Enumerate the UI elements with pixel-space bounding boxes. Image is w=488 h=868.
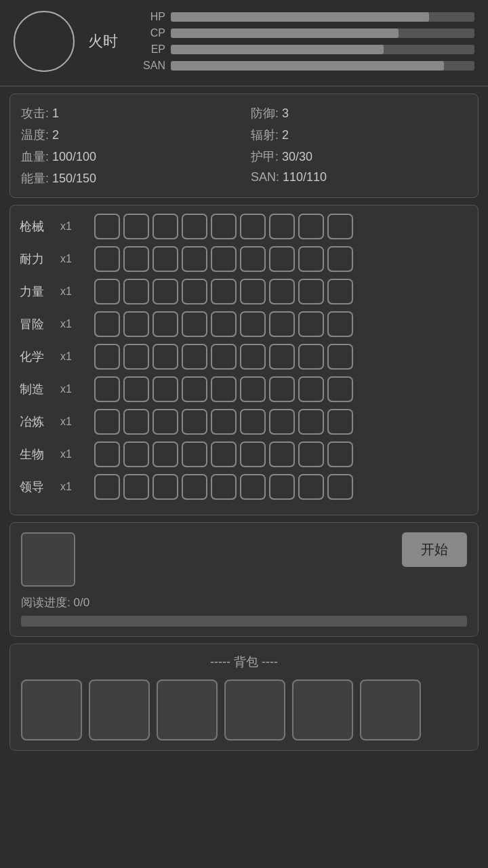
skill-box[interactable] — [94, 474, 120, 500]
skill-row-耐力: 耐力 x1 — [20, 246, 468, 272]
skill-box[interactable] — [123, 279, 149, 304]
skill-mult: x1 — [60, 253, 87, 265]
skill-box[interactable] — [152, 474, 178, 500]
skill-box[interactable] — [327, 376, 353, 402]
skill-box[interactable] — [211, 214, 237, 239]
skill-box[interactable] — [123, 441, 149, 467]
skill-box[interactable] — [269, 214, 295, 239]
skill-box[interactable] — [152, 279, 178, 304]
backpack-slot[interactable] — [157, 679, 218, 741]
skill-box[interactable] — [123, 344, 149, 370]
skill-box[interactable] — [269, 344, 295, 370]
skill-box[interactable] — [240, 441, 266, 467]
skill-box[interactable] — [327, 246, 353, 272]
skill-box[interactable] — [94, 441, 120, 467]
skill-box[interactable] — [123, 246, 149, 272]
skill-box[interactable] — [269, 441, 295, 467]
skill-boxes — [94, 376, 353, 402]
skill-box[interactable] — [152, 214, 178, 239]
skill-box[interactable] — [94, 279, 120, 304]
skill-box[interactable] — [94, 214, 120, 239]
backpack-slot[interactable] — [21, 679, 82, 741]
skill-box[interactable] — [182, 344, 207, 370]
attack-label: 攻击: — [21, 106, 49, 120]
skill-box[interactable] — [123, 376, 149, 402]
start-button[interactable]: 开始 — [402, 532, 467, 567]
backpack-slot[interactable] — [292, 679, 353, 741]
skill-box[interactable] — [94, 246, 120, 272]
skill-box[interactable] — [182, 474, 207, 500]
skill-box[interactable] — [211, 409, 237, 435]
skill-box[interactable] — [240, 409, 266, 435]
skill-box[interactable] — [298, 246, 324, 272]
backpack-slot[interactable] — [224, 679, 285, 741]
skill-box[interactable] — [123, 474, 149, 500]
skill-box[interactable] — [269, 376, 295, 402]
skill-box[interactable] — [298, 474, 324, 500]
skill-box[interactable] — [152, 409, 178, 435]
skill-box[interactable] — [123, 311, 149, 337]
skill-box[interactable] — [240, 474, 266, 500]
skill-box[interactable] — [182, 311, 207, 337]
skill-mult: x1 — [60, 318, 87, 330]
skill-box[interactable] — [240, 376, 266, 402]
skill-box[interactable] — [269, 279, 295, 304]
char-name: 火时 — [88, 31, 118, 52]
skill-box[interactable] — [240, 214, 266, 239]
skill-box[interactable] — [94, 311, 120, 337]
skill-name: 耐力 — [20, 251, 60, 267]
skill-box[interactable] — [152, 246, 178, 272]
skill-box[interactable] — [123, 214, 149, 239]
skill-box[interactable] — [298, 409, 324, 435]
bar-row-san: SAN — [138, 60, 474, 72]
skill-box[interactable] — [123, 409, 149, 435]
skill-box[interactable] — [269, 409, 295, 435]
skill-box[interactable] — [240, 279, 266, 304]
skill-box[interactable] — [211, 311, 237, 337]
skill-box[interactable] — [152, 311, 178, 337]
skill-box[interactable] — [327, 409, 353, 435]
skill-box[interactable] — [152, 376, 178, 402]
skill-box[interactable] — [182, 376, 207, 402]
backpack-slot[interactable] — [89, 679, 150, 741]
san-label: SAN: — [251, 170, 279, 184]
skill-box[interactable] — [298, 311, 324, 337]
skill-box[interactable] — [298, 344, 324, 370]
skill-box[interactable] — [298, 214, 324, 239]
skill-box[interactable] — [182, 441, 207, 467]
skill-box[interactable] — [240, 311, 266, 337]
skill-box[interactable] — [94, 344, 120, 370]
skill-box[interactable] — [182, 214, 207, 239]
skill-box[interactable] — [298, 441, 324, 467]
skill-box[interactable] — [211, 344, 237, 370]
skill-box[interactable] — [269, 311, 295, 337]
skill-box[interactable] — [269, 474, 295, 500]
skill-box[interactable] — [211, 279, 237, 304]
avatar — [14, 11, 75, 72]
skill-box[interactable] — [94, 409, 120, 435]
skill-box[interactable] — [269, 246, 295, 272]
skill-box[interactable] — [298, 376, 324, 402]
skill-box[interactable] — [327, 214, 353, 239]
skill-box[interactable] — [211, 441, 237, 467]
skill-box[interactable] — [152, 441, 178, 467]
skill-box[interactable] — [327, 279, 353, 304]
skill-box[interactable] — [211, 376, 237, 402]
skill-box[interactable] — [211, 474, 237, 500]
skill-box[interactable] — [327, 311, 353, 337]
skill-box[interactable] — [298, 279, 324, 304]
stat-temp: 温度: 2 — [21, 127, 237, 143]
skill-box[interactable] — [182, 409, 207, 435]
skill-box[interactable] — [240, 246, 266, 272]
skill-box[interactable] — [327, 344, 353, 370]
skill-box[interactable] — [152, 344, 178, 370]
backpack-slot[interactable] — [360, 679, 421, 741]
skill-row-枪械: 枪械 x1 — [20, 214, 468, 239]
skill-box[interactable] — [327, 474, 353, 500]
skill-box[interactable] — [211, 246, 237, 272]
skill-box[interactable] — [240, 344, 266, 370]
skill-box[interactable] — [327, 441, 353, 467]
skill-box[interactable] — [182, 246, 207, 272]
skill-box[interactable] — [94, 376, 120, 402]
skill-box[interactable] — [182, 279, 207, 304]
